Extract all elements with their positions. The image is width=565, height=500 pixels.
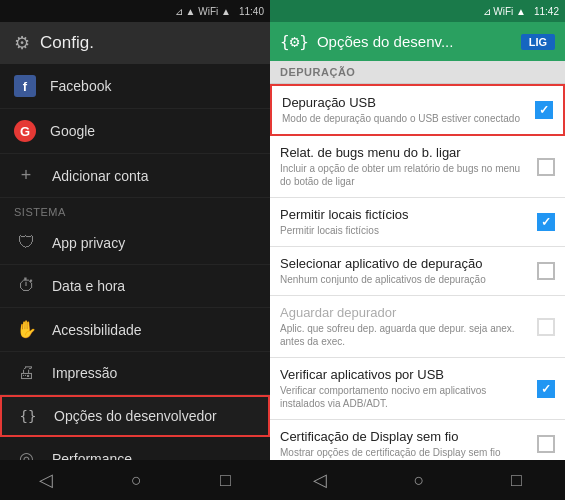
facebook-icon: f [14, 75, 36, 97]
settings-item-bug-report-title: Relat. de bugs menu do b. ligar [280, 145, 531, 160]
performance-icon: ◎ [14, 448, 38, 460]
sistema-section-header: SISTEMA [0, 198, 270, 222]
sidebar-item-dev-options-label: Opções do desenvolvedor [54, 408, 217, 424]
settings-item-select-debug-app-title: Selecionar aplicativo de depuração [280, 256, 531, 271]
sidebar-item-accessibility[interactable]: ✋ Acessibilidade [0, 308, 270, 352]
shield-icon: 🛡 [14, 233, 38, 253]
settings-item-verify-usb-apps-text: Verificar aplicativos por USB Verificar … [280, 367, 537, 410]
right-status-time: 11:42 [534, 6, 559, 17]
settings-item-display-cert-desc: Mostrar opções de certificação de Displa… [280, 446, 531, 459]
left-status-time: 11:40 [239, 6, 264, 17]
right-status-icons: ⊿ WiFi ▲ [483, 6, 526, 17]
sidebar-item-add-account[interactable]: + Adicionar conta [0, 154, 270, 198]
settings-item-select-debug-app-checkbox[interactable] [537, 262, 555, 280]
settings-item-verify-usb-apps[interactable]: Verificar aplicativos por USB Verificar … [270, 358, 565, 420]
settings-item-select-debug-app-text: Selecionar aplicativo de depuração Nenhu… [280, 256, 537, 286]
sidebar-item-google-label: Google [50, 123, 95, 139]
settings-item-select-debug-app-desc: Nenhum conjunto de aplicativos de depura… [280, 273, 531, 286]
left-recent-button[interactable]: □ [220, 470, 231, 491]
settings-item-bug-report[interactable]: Relat. de bugs menu do b. ligar Incluir … [270, 136, 565, 198]
right-nav-bar: ◁ ○ □ [270, 460, 565, 500]
depuracao-section-label: DEPURAÇÃO [270, 61, 565, 84]
sidebar-item-accessibility-label: Acessibilidade [52, 322, 142, 338]
left-home-button[interactable]: ○ [131, 470, 142, 491]
settings-item-display-cert-title: Certificação de Display sem fio [280, 429, 531, 444]
sidebar-item-facebook-label: Facebook [50, 78, 111, 94]
sidebar-item-app-privacy[interactable]: 🛡 App privacy [0, 222, 270, 265]
google-icon: G [14, 120, 36, 142]
right-header-title: Opções do desenv... [317, 33, 453, 50]
settings-item-mock-locations-title: Permitir locais fictícios [280, 207, 531, 222]
hand-icon: ✋ [14, 319, 38, 340]
settings-item-verify-usb-apps-desc: Verificar comportamento nocivo em aplica… [280, 384, 531, 410]
add-account-icon: + [14, 165, 38, 186]
sidebar-item-date-time-label: Data e hora [52, 278, 125, 294]
settings-item-mock-locations-checkbox[interactable] [537, 213, 555, 231]
sidebar-item-performance[interactable]: ◎ Performance [0, 437, 270, 460]
settings-item-display-cert-text: Certificação de Display sem fio Mostrar … [280, 429, 537, 459]
settings-item-usb-debug-text: Depuração USB Modo de depuração quando o… [282, 95, 535, 125]
left-status-icons: ⊿ ▲ WiFi ▲ [175, 6, 231, 17]
settings-item-usb-debug-desc: Modo de depuração quando o USB estiver c… [282, 112, 529, 125]
left-back-button[interactable]: ◁ [39, 469, 53, 491]
settings-item-wait-debugger[interactable]: Aguardar depurador Aplic. que sofreu dep… [270, 296, 565, 358]
sidebar-item-print-label: Impressão [52, 365, 117, 381]
sidebar-item-add-account-label: Adicionar conta [52, 168, 149, 184]
left-menu-list: f Facebook G Google + Adicionar conta SI… [0, 64, 270, 460]
settings-item-usb-debug-title: Depuração USB [282, 95, 529, 110]
settings-item-bug-report-desc: Incluir a opção de obter um relatório de… [280, 162, 531, 188]
left-status-bar: ⊿ ▲ WiFi ▲ 11:40 [0, 0, 270, 22]
clock-icon: ⏱ [14, 276, 38, 296]
right-header: {⚙} Opções do desenv... LIG [270, 22, 565, 61]
lig-badge: LIG [521, 34, 555, 50]
sidebar-item-dev-options[interactable]: {} Opções do desenvolvedor [0, 395, 270, 437]
dev-options-icon: {} [16, 408, 40, 424]
right-home-button[interactable]: ○ [414, 470, 425, 491]
right-recent-button[interactable]: □ [511, 470, 522, 491]
sidebar-item-google[interactable]: G Google [0, 109, 270, 154]
left-panel: ⊿ ▲ WiFi ▲ 11:40 ⚙ Config. f Facebook G … [0, 0, 270, 500]
settings-item-wait-debugger-checkbox[interactable] [537, 318, 555, 336]
dev-options-header-icon: {⚙} [280, 32, 309, 51]
settings-item-wait-debugger-title: Aguardar depurador [280, 305, 531, 320]
settings-item-select-debug-app[interactable]: Selecionar aplicativo de depuração Nenhu… [270, 247, 565, 296]
right-panel: ⊿ WiFi ▲ 11:42 {⚙} Opções do desenv... L… [270, 0, 565, 500]
settings-item-display-cert[interactable]: Certificação de Display sem fio Mostrar … [270, 420, 565, 460]
settings-item-mock-locations[interactable]: Permitir locais fictícios Permitir locai… [270, 198, 565, 247]
sidebar-item-app-privacy-label: App privacy [52, 235, 125, 251]
print-icon: 🖨 [14, 363, 38, 383]
right-header-left: {⚙} Opções do desenv... [280, 32, 453, 51]
settings-item-usb-debug-checkbox[interactable] [535, 101, 553, 119]
settings-item-mock-locations-text: Permitir locais fictícios Permitir locai… [280, 207, 537, 237]
settings-item-mock-locations-desc: Permitir locais fictícios [280, 224, 531, 237]
settings-item-bug-report-checkbox[interactable] [537, 158, 555, 176]
sidebar-item-date-time[interactable]: ⏱ Data e hora [0, 265, 270, 308]
sidebar-item-performance-label: Performance [52, 451, 132, 461]
right-status-bar: ⊿ WiFi ▲ 11:42 [270, 0, 565, 22]
gear-icon: ⚙ [14, 32, 30, 54]
settings-item-wait-debugger-text: Aguardar depurador Aplic. que sofreu dep… [280, 305, 537, 348]
right-back-button[interactable]: ◁ [313, 469, 327, 491]
left-nav-bar: ◁ ○ □ [0, 460, 270, 500]
settings-item-bug-report-text: Relat. de bugs menu do b. ligar Incluir … [280, 145, 537, 188]
settings-item-wait-debugger-desc: Aplic. que sofreu dep. aguarda que depur… [280, 322, 531, 348]
settings-item-verify-usb-apps-checkbox[interactable] [537, 380, 555, 398]
settings-item-usb-debug[interactable]: Depuração USB Modo de depuração quando o… [270, 84, 565, 136]
settings-item-display-cert-checkbox[interactable] [537, 435, 555, 453]
settings-list: Depuração USB Modo de depuração quando o… [270, 84, 565, 460]
sidebar-item-facebook[interactable]: f Facebook [0, 64, 270, 109]
left-header-title: Config. [40, 33, 94, 53]
left-header: ⚙ Config. [0, 22, 270, 64]
settings-item-verify-usb-apps-title: Verificar aplicativos por USB [280, 367, 531, 382]
sidebar-item-print[interactable]: 🖨 Impressão [0, 352, 270, 395]
